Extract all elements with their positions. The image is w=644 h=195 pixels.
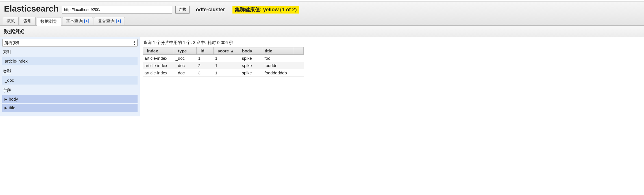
sidebar-field-body[interactable]: ▶ body: [2, 95, 138, 103]
cell-title: fodddddddo: [263, 69, 294, 77]
column-header-score-label: _score: [215, 48, 229, 53]
column-header-title[interactable]: title: [263, 47, 294, 55]
sidebar-label-fields: 字段: [2, 85, 138, 94]
cluster-name: odfe-cluster: [196, 7, 225, 13]
cell-id: 3: [197, 69, 214, 77]
cell-type: _doc: [174, 62, 197, 69]
column-header-extra[interactable]: [294, 47, 304, 55]
tab-overview[interactable]: 概览: [3, 17, 19, 25]
table-row[interactable]: article-index_doc31spikefodddddddo: [143, 69, 304, 77]
main-panel: 查询 1 个分片中用的 1 个. 3 命中. 耗时 0.006 秒 _index…: [140, 37, 644, 116]
cell-index: article-index: [143, 55, 174, 62]
cell-index: article-index: [143, 69, 174, 77]
cell-body: spike: [240, 55, 263, 62]
table-row[interactable]: article-index_doc11spikefoo: [143, 55, 304, 62]
cell-type: _doc: [174, 55, 197, 62]
app-title: Elasticsearch: [4, 4, 58, 15]
cell-title: foo: [263, 55, 294, 62]
cell-id: 1: [197, 55, 214, 62]
tab-compound-query[interactable]: 复合查询 [+]: [94, 17, 125, 25]
cell-score: 1: [214, 69, 240, 77]
tab-basic-query[interactable]: 基本查询 [+]: [62, 17, 93, 25]
cell-type: _doc: [174, 69, 197, 77]
sidebar-index-item[interactable]: article-index: [2, 57, 138, 65]
cell-body: spike: [240, 62, 263, 69]
cell-score: 1: [214, 55, 240, 62]
column-header-index[interactable]: _index: [143, 47, 174, 55]
triangle-right-icon: ▶: [5, 106, 7, 110]
sidebar-type-item[interactable]: _doc: [2, 76, 138, 85]
panel-title: 数据浏览: [0, 26, 644, 37]
column-header-id[interactable]: _id: [197, 47, 214, 55]
sidebar-field-title-label: title: [9, 105, 15, 110]
sidebar-label-index: 索引: [2, 47, 138, 56]
connect-button[interactable]: 连接: [175, 6, 190, 14]
content-area: 所有索引 ▴▾ 索引 article-index 类型 _doc 字段 ▶ bo…: [0, 37, 644, 116]
column-header-body[interactable]: body: [240, 47, 263, 55]
cell-title: fodddo: [263, 62, 294, 69]
sort-ascending-icon: ▲: [230, 48, 234, 53]
tab-browser[interactable]: 数据浏览: [37, 17, 61, 26]
cluster-address-input[interactable]: [62, 6, 172, 14]
column-header-type[interactable]: _type: [174, 47, 197, 55]
cell-extra: [294, 69, 304, 77]
tab-indices[interactable]: 索引: [20, 17, 36, 25]
sidebar-field-title[interactable]: ▶ title: [2, 104, 138, 112]
results-body: article-index_doc11spikefooarticle-index…: [143, 55, 304, 77]
header-bar: Elasticsearch 连接 odfe-cluster 集群健康值: yel…: [0, 2, 644, 15]
tab-basic-query-plus[interactable]: [+]: [84, 19, 89, 23]
sidebar-label-type: 类型: [2, 66, 138, 75]
cell-index: article-index: [143, 62, 174, 69]
cluster-health-badge: 集群健康值: yellow (1 of 2): [232, 6, 299, 14]
results-table: _index _type _id _score ▲ body title art…: [143, 47, 304, 77]
index-select[interactable]: 所有索引: [2, 39, 138, 47]
sidebar-field-body-label: body: [9, 97, 18, 101]
tab-compound-query-plus[interactable]: [+]: [116, 19, 121, 23]
tabs-row: 概览 索引 数据浏览 基本查询 [+] 复合查询 [+]: [0, 15, 644, 26]
sidebar: 所有索引 ▴▾ 索引 article-index 类型 _doc 字段 ▶ bo…: [0, 37, 140, 116]
tab-compound-query-label: 复合查询: [98, 19, 115, 23]
cell-id: 2: [197, 62, 214, 69]
cell-body: spike: [240, 69, 263, 77]
column-header-score[interactable]: _score ▲: [214, 47, 240, 55]
cell-score: 1: [214, 62, 240, 69]
cell-extra: [294, 55, 304, 62]
tab-basic-query-label: 基本查询: [66, 19, 83, 23]
cell-extra: [294, 62, 304, 69]
results-summary: 查询 1 个分片中用的 1 个. 3 命中. 耗时 0.006 秒: [143, 39, 641, 46]
triangle-right-icon: ▶: [5, 97, 7, 101]
table-row[interactable]: article-index_doc21spikefodddo: [143, 62, 304, 69]
